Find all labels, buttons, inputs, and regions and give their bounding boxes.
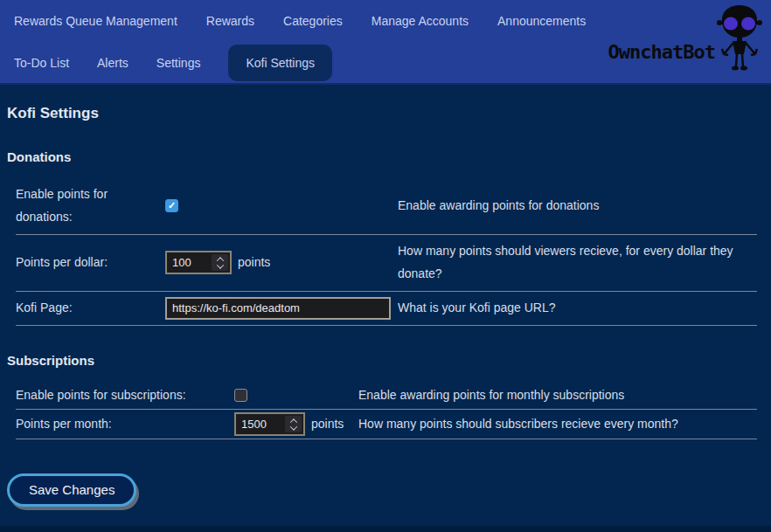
points-suffix-label: points [311, 413, 344, 436]
points-per-month-field: 1500 points [234, 412, 358, 436]
logo-text: OwnchatBot [608, 41, 715, 63]
nav-item-rewards[interactable]: Rewards [206, 14, 254, 28]
donations-section-title: Donations [7, 149, 757, 164]
enable-subscriptions-checkbox[interactable] [234, 389, 247, 402]
subscriptions-section-title: Subscriptions [7, 353, 757, 368]
enable-donations-row: Enable points for donations: Enable awar… [16, 178, 757, 235]
nav-item-todo-list[interactable]: To-Do List [14, 56, 69, 70]
points-per-month-spinner[interactable] [285, 416, 302, 432]
enable-subscriptions-description: Enable awarding points for monthly subsc… [358, 384, 757, 407]
points-per-month-label: Points per month: [16, 413, 234, 436]
page-title: Kofi Settings [7, 105, 757, 122]
kofi-page-label: Kofi Page: [16, 297, 165, 320]
nav-item-alerts[interactable]: Alerts [97, 56, 128, 70]
enable-donations-label: Enable points for donations: [16, 183, 165, 229]
footer-strip [0, 526, 771, 532]
nav-item-manage-accounts[interactable]: Manage Accounts [372, 14, 469, 28]
points-per-dollar-row: Points per dollar: 100 points How many p… [16, 235, 757, 292]
nav-item-rewards-queue-management[interactable]: Rewards Queue Management [14, 14, 177, 28]
nav-item-kofi-settings-active[interactable]: Kofi Settings [228, 45, 332, 81]
points-per-month-description: How many points should subscribers recie… [358, 413, 757, 436]
points-per-month-value: 1500 [241, 418, 281, 430]
nav-item-settings[interactable]: Settings [156, 56, 201, 70]
enable-donations-checkbox[interactable] [165, 199, 178, 212]
enable-subscriptions-label: Enable points for subscriptions: [16, 384, 234, 407]
kofi-settings-page: Kofi Settings Donations Enable points fo… [0, 105, 771, 507]
ownchatbot-logo: OwnchatBot [608, 0, 762, 85]
top-navigation: Rewards Queue Management Rewards Categor… [0, 0, 771, 85]
enable-donations-field [165, 199, 398, 212]
points-per-month-input[interactable]: 1500 [234, 412, 305, 436]
kofi-page-field [165, 297, 398, 320]
spinner-down-icon[interactable] [216, 261, 223, 268]
points-per-dollar-label: Points per dollar: [16, 252, 165, 274]
kofi-page-row: Kofi Page: What is your Kofi page URL? [16, 292, 757, 326]
points-per-dollar-value: 100 [172, 257, 208, 268]
spinner-down-icon[interactable] [289, 423, 296, 430]
robot-mascot-icon [717, 3, 762, 77]
points-suffix-label: points [238, 252, 270, 274]
kofi-page-description: What is your Kofi page URL? [398, 297, 757, 320]
nav-item-announcements[interactable]: Announcements [497, 14, 586, 28]
points-per-dollar-description: How many points should viewers recieve, … [398, 240, 757, 286]
nav-item-categories[interactable]: Categories [283, 14, 343, 28]
enable-subscriptions-field [234, 389, 358, 402]
points-per-dollar-field: 100 points [165, 251, 398, 274]
save-changes-button[interactable]: Save Changes [7, 473, 136, 507]
points-per-dollar-spinner[interactable] [212, 254, 228, 271]
enable-donations-description: Enable awarding points for donations [398, 195, 757, 218]
points-per-month-row: Points per month: 1500 points How many p… [16, 410, 757, 439]
kofi-page-url-input[interactable] [165, 297, 391, 320]
donations-settings-table: Enable points for donations: Enable awar… [16, 178, 757, 326]
points-per-dollar-input[interactable]: 100 [165, 251, 232, 274]
subscriptions-settings-table: Enable points for subscriptions: Enable … [16, 382, 757, 440]
enable-subscriptions-row: Enable points for subscriptions: Enable … [16, 382, 757, 411]
